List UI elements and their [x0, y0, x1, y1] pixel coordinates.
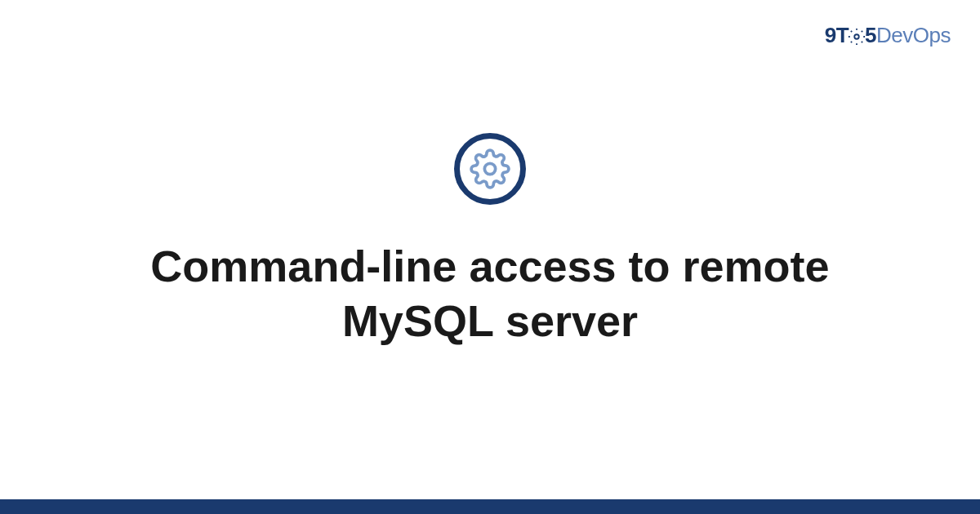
gear-icon-circle [454, 133, 526, 205]
page-title: Command-line access to remote MySQL serv… [82, 239, 898, 349]
svg-point-1 [484, 163, 495, 174]
gear-icon [470, 148, 510, 189]
footer-bar [0, 499, 980, 514]
main-content: Command-line access to remote MySQL serv… [0, 0, 980, 514]
